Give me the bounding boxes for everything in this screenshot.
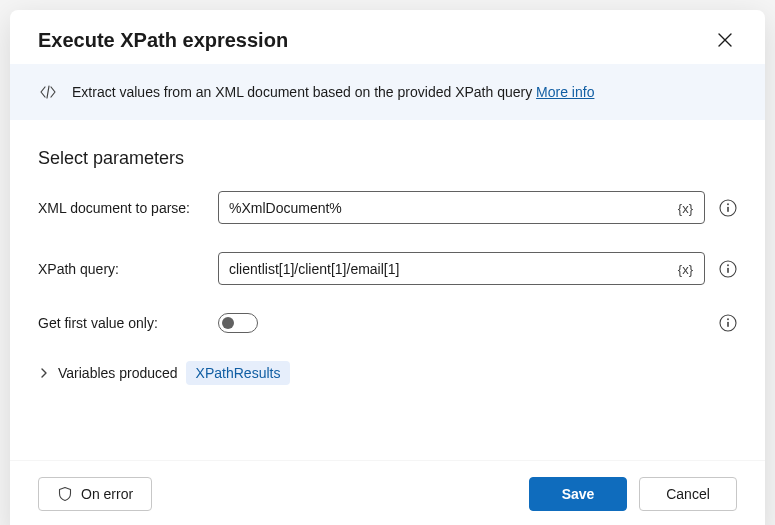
variables-produced-label: Variables produced: [58, 365, 178, 381]
first-value-label: Get first value only:: [38, 315, 218, 331]
variable-chip[interactable]: XPathResults: [186, 361, 291, 385]
svg-rect-2: [727, 206, 729, 211]
xpath-query-label: XPath query:: [38, 261, 218, 277]
xpath-query-row: XPath query: {x}: [38, 252, 737, 285]
shield-icon: [57, 486, 73, 502]
code-icon: [38, 82, 58, 102]
xml-document-label: XML document to parse:: [38, 200, 218, 216]
on-error-label: On error: [81, 486, 133, 502]
first-value-row: Get first value only:: [38, 313, 737, 333]
xml-document-row: XML document to parse: {x}: [38, 191, 737, 224]
svg-point-4: [727, 264, 729, 266]
close-button[interactable]: [713, 28, 737, 52]
on-error-button[interactable]: On error: [38, 477, 152, 511]
banner-description: Extract values from an XML document base…: [72, 84, 536, 100]
xml-document-variable-button[interactable]: {x}: [674, 198, 697, 217]
info-icon: [719, 260, 737, 278]
toggle-knob: [222, 317, 234, 329]
cancel-button[interactable]: Cancel: [639, 477, 737, 511]
dialog-title: Execute XPath expression: [38, 29, 288, 52]
close-icon: [717, 32, 733, 48]
svg-rect-5: [727, 267, 729, 272]
first-value-toggle[interactable]: [218, 313, 258, 333]
svg-point-7: [727, 318, 729, 320]
first-value-info-button[interactable]: [719, 314, 737, 332]
chevron-right-icon: [38, 367, 50, 379]
xpath-query-info-button[interactable]: [719, 260, 737, 278]
info-banner: Extract values from an XML document base…: [10, 64, 765, 120]
dialog: Execute XPath expression Extract values …: [10, 10, 765, 525]
variables-produced-row[interactable]: Variables produced XPathResults: [38, 361, 737, 385]
dialog-header: Execute XPath expression: [10, 10, 765, 64]
dialog-footer: On error Save Cancel: [10, 460, 765, 525]
save-button[interactable]: Save: [529, 477, 627, 511]
svg-point-1: [727, 203, 729, 205]
banner-text: Extract values from an XML document base…: [72, 84, 594, 100]
svg-rect-8: [727, 322, 729, 327]
info-icon: [719, 314, 737, 332]
xpath-query-input[interactable]: [218, 252, 705, 285]
xml-document-input-wrap: {x}: [218, 191, 705, 224]
xpath-query-input-wrap: {x}: [218, 252, 705, 285]
xpath-query-variable-button[interactable]: {x}: [674, 259, 697, 278]
xml-document-info-button[interactable]: [719, 199, 737, 217]
more-info-link[interactable]: More info: [536, 84, 594, 100]
xml-document-input[interactable]: [218, 191, 705, 224]
section-title: Select parameters: [38, 148, 737, 169]
content-area: Select parameters XML document to parse:…: [10, 120, 765, 460]
info-icon: [719, 199, 737, 217]
